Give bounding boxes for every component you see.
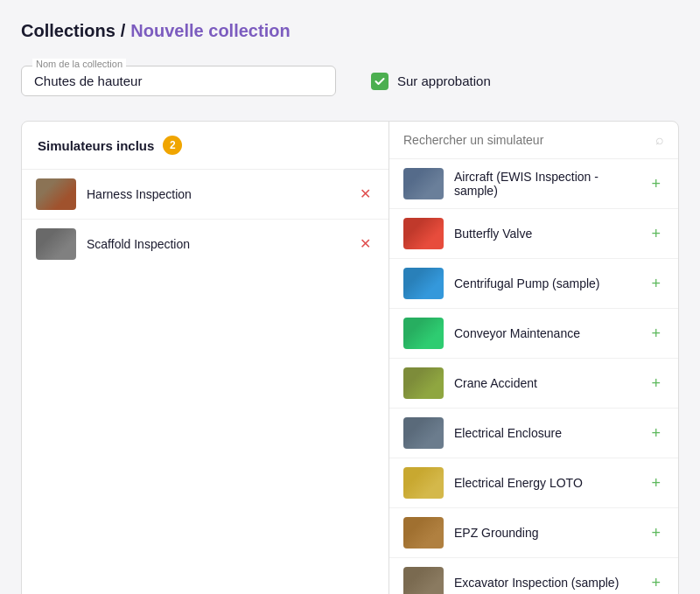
approval-checkbox[interactable]: [371, 73, 388, 90]
add-simulator-button[interactable]: +: [648, 423, 664, 443]
simulator-thumbnail: [403, 417, 444, 449]
simulator-thumbnail: [403, 517, 444, 549]
simulator-name: Centrifugal Pump (sample): [454, 276, 637, 290]
breadcrumb: Collections / Nouvelle collection: [21, 21, 679, 41]
remove-simulator-button[interactable]: ✕: [356, 235, 374, 253]
search-box: ⌕: [389, 122, 678, 159]
included-simulator-list: Harness Inspection ✕ Scaffold Inspection…: [22, 170, 388, 269]
approval-group: Sur approbation: [371, 73, 491, 90]
add-simulator-button[interactable]: +: [648, 274, 664, 293]
available-list-item: Butterfly Valve +: [389, 209, 678, 259]
available-simulator-list: Aircraft (EWIS Inspection - sample) + Bu…: [389, 159, 678, 594]
approval-label: Sur approbation: [397, 73, 491, 88]
breadcrumb-collections: Collections: [21, 21, 116, 41]
collection-name-group: Nom de la collection: [21, 66, 336, 96]
available-list-item: EPZ Grounding +: [389, 508, 678, 558]
simulator-name: Harness Inspection: [87, 187, 346, 201]
simulator-thumbnail: [403, 567, 444, 594]
add-simulator-button[interactable]: +: [648, 473, 664, 493]
simulator-thumbnail: [403, 467, 444, 499]
simulator-thumbnail: [403, 318, 444, 349]
available-list-item: Excavator Inspection (sample) +: [389, 558, 678, 594]
available-list-item: Aircraft (EWIS Inspection - sample) +: [389, 159, 678, 209]
simulator-name: Aircraft (EWIS Inspection - sample): [454, 170, 637, 198]
simulator-thumbnail: [403, 367, 444, 399]
included-panel-title: Simulateurs inclus: [38, 138, 154, 153]
add-simulator-button[interactable]: +: [648, 324, 664, 343]
available-list-item: Electrical Enclosure +: [389, 409, 678, 458]
available-list-item: Conveyor Maintenance +: [389, 309, 678, 359]
simulator-name: Excavator Inspection (sample): [454, 576, 637, 590]
form-section: Nom de la collection Sur approbation: [21, 66, 679, 96]
included-list-item: Harness Inspection ✕: [22, 170, 388, 220]
simulator-name: Electrical Enclosure: [454, 426, 637, 440]
add-simulator-button[interactable]: +: [648, 374, 664, 393]
simulator-panels: Simulateurs inclus 2 Harness Inspection …: [21, 121, 679, 594]
available-list-item: Centrifugal Pump (sample) +: [389, 259, 678, 309]
add-simulator-button[interactable]: +: [648, 174, 664, 193]
search-icon: ⌕: [655, 132, 664, 148]
add-simulator-button[interactable]: +: [648, 573, 664, 592]
search-input[interactable]: [403, 133, 647, 147]
available-list-item: Crane Accident +: [389, 359, 678, 409]
simulator-name: Conveyor Maintenance: [454, 326, 637, 340]
included-list-item: Scaffold Inspection ✕: [22, 220, 388, 269]
included-count-badge: 2: [163, 136, 182, 155]
simulator-name: Butterfly Valve: [454, 227, 637, 241]
simulator-thumbnail: [403, 218, 444, 249]
add-simulator-button[interactable]: +: [648, 523, 664, 542]
remove-simulator-button[interactable]: ✕: [356, 185, 374, 203]
available-list-item: Electrical Energy LOTO +: [389, 458, 678, 508]
available-simulators-panel: ⌕ Aircraft (EWIS Inspection - sample) + …: [389, 122, 678, 594]
simulator-thumbnail: [36, 228, 76, 260]
breadcrumb-separator: /: [121, 21, 126, 41]
simulator-name: Electrical Energy LOTO: [454, 476, 637, 490]
simulator-thumbnail: [403, 268, 444, 299]
included-panel-header: Simulateurs inclus 2: [22, 122, 388, 170]
simulator-thumbnail: [403, 168, 444, 199]
simulator-thumbnail: [36, 178, 76, 210]
add-simulator-button[interactable]: +: [648, 224, 664, 243]
included-simulators-panel: Simulateurs inclus 2 Harness Inspection …: [22, 122, 389, 594]
simulator-name: EPZ Grounding: [454, 526, 637, 540]
simulator-name: Crane Accident: [454, 376, 637, 390]
collection-name-input[interactable]: [34, 73, 323, 88]
breadcrumb-current-page: Nouvelle collection: [130, 21, 290, 41]
simulator-name: Scaffold Inspection: [87, 237, 346, 251]
collection-name-label: Nom de la collection: [32, 59, 126, 69]
